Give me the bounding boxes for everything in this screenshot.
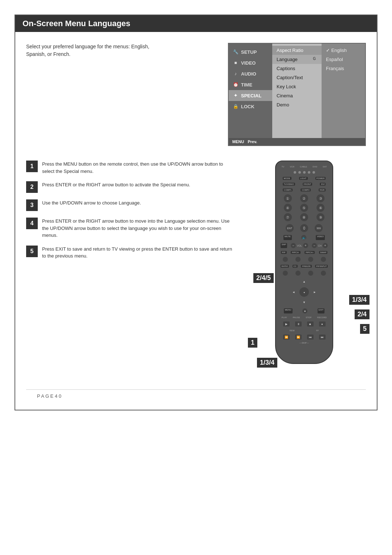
src-sat: SAT [323,166,327,168]
btn-enter[interactable]: ENT [286,224,294,232]
ratio-c3[interactable] [308,271,313,276]
pip-circle-3[interactable] [308,257,313,262]
content-area: Select your preferred language for the m… [15,32,377,410]
btn-dvi[interactable]: DVI [320,183,326,186]
page-number: P A G E 4 0 [37,393,61,399]
page-title: On-Screen Menu Languages [23,19,130,28]
btn-mute[interactable]: MUTE [283,235,292,240]
nav-down[interactable]: ▼ [303,301,306,304]
src-cable: CABLE [300,166,307,168]
badge-1-bottom: 1 [248,338,257,348]
btn-exit[interactable]: EXIT [318,308,324,313]
num-3[interactable]: ③ [317,194,324,202]
btn-tv-video[interactable]: TV/VIDEO [283,183,295,186]
ch-down[interactable]: − [312,243,317,248]
num-4[interactable]: ④ [284,204,292,212]
setup-icon: 🔧 [232,49,239,55]
num-1[interactable]: ① [284,194,292,202]
pip-circles [279,256,330,263]
menu-item-special-label: SPECIAL [241,93,261,98]
num-7[interactable]: ⑦ [284,213,292,221]
btn-skip-back[interactable]: ⏮ [307,335,314,340]
ratio-c1[interactable] [283,271,288,276]
btn-stop[interactable]: ■ [307,321,314,327]
menu-item-time-label: TIME [241,82,252,88]
btn-play[interactable]: ▶ [283,321,290,327]
btn-cc[interactable]: CC [293,265,298,268]
sap-row: SAP − VOL + − CH + [279,242,330,249]
btn-video[interactable]: VIDEO [316,235,325,240]
ratio-c4[interactable] [321,271,326,276]
step-4: 4 Press ENTER or the RIGHT arrow button … [26,218,235,239]
step-1-number: 1 [26,161,38,172]
btn-pip-input[interactable]: PIP/INPUT [315,265,328,268]
ratio-row: RATIO CC FREEZE PIP/INPUT [279,264,330,268]
nav-center[interactable]: ● [299,287,309,297]
nav-left[interactable]: ◄ [292,291,295,294]
btn-record[interactable]: ● [319,321,326,327]
nav-ok[interactable]: ● [302,308,307,313]
step-1-text: Press the MENU button on the remote cont… [42,161,235,175]
enter-row: ENT 0 999 [279,223,330,233]
step-2-text: Press ENTER or the RIGHT arrow button to… [42,181,190,189]
num-0[interactable]: 0 [300,224,308,232]
pip-row: PIP PIPCH- PIPCH+ SWAP [279,250,330,255]
btn-pause[interactable]: ⏸ [295,321,302,327]
btn-swap[interactable]: SWAP [319,251,327,254]
page-header: On-Screen Menu Languages [15,15,377,32]
btn-power[interactable]: POWER [315,177,326,180]
submenu-panel: English Español Français [322,44,365,138]
btn-999[interactable]: 999 [315,224,323,232]
btn-rew[interactable]: ⏪ [283,335,290,340]
vol-up[interactable]: + [303,243,308,248]
badge-134-right: 1/3/4 [349,295,369,305]
menu-item-audio-label: AUDIO [241,71,256,77]
menu-item-time: ⏰ TIME [229,79,272,90]
btn-skip-fwd[interactable]: ⏭ [319,335,326,340]
menu-exit-row: MENU ● EXIT [279,308,330,314]
vol-down[interactable]: − [291,243,296,248]
btn-pipch-minus[interactable]: PIPCH- [291,251,300,254]
num-6[interactable]: ⑥ [317,204,324,212]
top-section: Select your preferred language for the m… [26,43,366,146]
btn-light[interactable]: LIGHT [299,177,308,180]
btn-surf[interactable]: 📺 [301,235,306,240]
btn-front[interactable]: FRONT [303,183,313,186]
menu-item-setup: 🔧 SETUP [229,46,272,57]
menu-right-inner: Aspect Ratio LanguageG Captions Caption/… [272,44,365,138]
lock-icon: 🔒 [232,103,239,110]
btn-ff[interactable]: ⏩ [295,335,302,340]
btn-ratio[interactable]: RATIO [281,265,289,268]
num-9[interactable]: ⑨ [317,213,324,221]
step-4-text: Press ENTER or the RIGHT arrow button to… [42,218,235,239]
numpad: ① ② ③ ④ ⑤ ⑥ ⑦ ⑧ ⑨ [279,194,330,222]
badge-24: 2/4 [355,309,369,319]
num-5[interactable]: ⑤ [300,204,308,212]
pip-circle-4[interactable] [321,257,326,262]
option-key-lock: Key Lock [272,82,322,91]
btn-pipch-plus[interactable]: PIPCH+ [305,251,315,254]
nav-up[interactable]: ▲ [303,280,306,283]
source-dots [279,170,330,175]
btn-pip[interactable]: PIP [281,251,287,254]
btn-comp2[interactable]: COMP2 [301,189,310,191]
btn-comp1[interactable]: COMP1 [283,189,293,191]
menu-item-lock-label: LOCK [241,104,254,109]
src-tv: TV [282,166,285,168]
num-2[interactable]: ② [300,194,308,202]
pip-circle-1[interactable] [283,257,288,262]
btn-freeze[interactable]: FREEZE [301,265,312,268]
btn-rgb[interactable]: RGB [319,189,326,191]
nav-right[interactable]: ► [313,291,316,294]
ratio-c2[interactable] [295,271,301,276]
btn-mode[interactable]: MODE [283,177,291,180]
pip-circle-2[interactable] [295,257,301,262]
num-8[interactable]: ⑧ [300,213,308,221]
btn-menu[interactable]: MENU [284,308,293,313]
btn-sap[interactable]: SAP [281,243,287,248]
menu-options-list: Aspect Ratio LanguageG Captions Caption/… [272,44,322,138]
special-icon: ✦ [232,92,239,99]
ch-up[interactable]: + [323,243,328,248]
option-captions: Captions [272,64,322,73]
nav-pad: ▲ ▼ ◄ ► ● [291,279,317,305]
